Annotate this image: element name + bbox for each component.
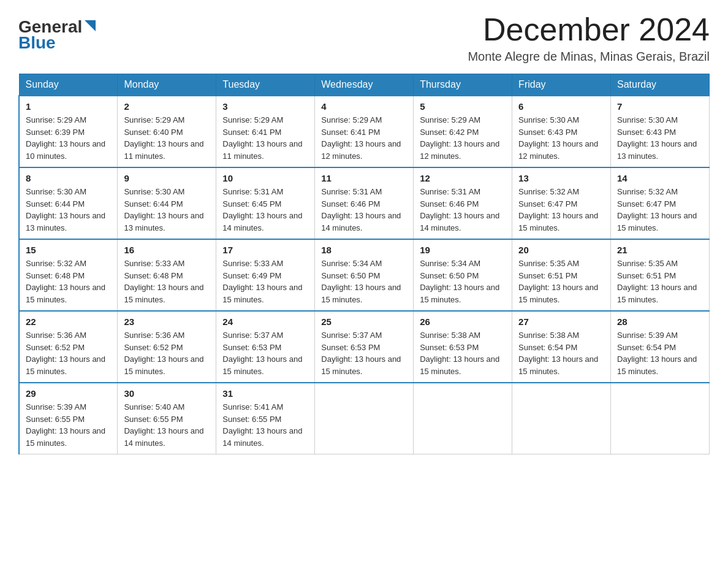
day-info: Sunrise: 5:29 AM Sunset: 6:39 PM Dayligh… <box>26 114 111 162</box>
day-number: 15 <box>26 245 111 255</box>
day-number: 22 <box>26 316 111 327</box>
day-number: 3 <box>222 101 308 112</box>
calendar-day-cell: 10 Sunrise: 5:31 AM Sunset: 6:45 PM Dayl… <box>216 167 315 239</box>
calendar-day-cell: 6 Sunrise: 5:30 AM Sunset: 6:43 PM Dayli… <box>512 96 611 167</box>
calendar-day-cell: 4 Sunrise: 5:29 AM Sunset: 6:41 PM Dayli… <box>315 96 414 167</box>
calendar-day-cell: 29 Sunrise: 5:39 AM Sunset: 6:55 PM Dayl… <box>19 383 118 454</box>
calendar-day-cell: 24 Sunrise: 5:37 AM Sunset: 6:53 PM Dayl… <box>216 311 315 383</box>
calendar-day-cell: 30 Sunrise: 5:40 AM Sunset: 6:55 PM Dayl… <box>118 383 216 454</box>
logo: General Blue <box>18 18 97 53</box>
day-info: Sunrise: 5:30 AM Sunset: 6:44 PM Dayligh… <box>124 186 210 234</box>
calendar-day-cell <box>611 383 710 454</box>
day-info: Sunrise: 5:40 AM Sunset: 6:55 PM Dayligh… <box>124 401 210 449</box>
day-number: 19 <box>420 245 506 255</box>
day-info: Sunrise: 5:39 AM Sunset: 6:55 PM Dayligh… <box>26 401 111 449</box>
calendar-header-wednesday: Wednesday <box>315 74 414 96</box>
calendar-header-row: SundayMondayTuesdayWednesdayThursdayFrid… <box>19 74 710 96</box>
day-info: Sunrise: 5:32 AM Sunset: 6:47 PM Dayligh… <box>518 186 604 234</box>
day-number: 25 <box>321 316 407 327</box>
calendar-day-cell: 26 Sunrise: 5:38 AM Sunset: 6:53 PM Dayl… <box>414 311 512 383</box>
page-header: General Blue December 2024 Monte Alegre … <box>18 12 710 64</box>
calendar-day-cell <box>512 383 611 454</box>
day-info: Sunrise: 5:32 AM Sunset: 6:47 PM Dayligh… <box>617 186 703 234</box>
day-info: Sunrise: 5:38 AM Sunset: 6:53 PM Dayligh… <box>420 329 506 377</box>
calendar-table: SundayMondayTuesdayWednesdayThursdayFrid… <box>18 74 710 454</box>
day-info: Sunrise: 5:38 AM Sunset: 6:54 PM Dayligh… <box>518 329 604 377</box>
calendar-day-cell: 31 Sunrise: 5:41 AM Sunset: 6:55 PM Dayl… <box>216 383 315 454</box>
calendar-day-cell: 13 Sunrise: 5:32 AM Sunset: 6:47 PM Dayl… <box>512 167 611 239</box>
day-number: 16 <box>124 245 210 255</box>
day-info: Sunrise: 5:34 AM Sunset: 6:50 PM Dayligh… <box>321 258 407 305</box>
day-number: 13 <box>518 173 604 183</box>
calendar-week-row: 8 Sunrise: 5:30 AM Sunset: 6:44 PM Dayli… <box>19 167 710 239</box>
day-number: 24 <box>222 316 308 327</box>
day-number: 17 <box>222 245 308 255</box>
day-info: Sunrise: 5:35 AM Sunset: 6:51 PM Dayligh… <box>518 258 604 305</box>
day-number: 8 <box>26 173 111 183</box>
calendar-day-cell: 3 Sunrise: 5:29 AM Sunset: 6:41 PM Dayli… <box>216 96 315 167</box>
calendar-header-monday: Monday <box>118 74 216 96</box>
calendar-day-cell: 5 Sunrise: 5:29 AM Sunset: 6:42 PM Dayli… <box>414 96 512 167</box>
calendar-day-cell: 12 Sunrise: 5:31 AM Sunset: 6:46 PM Dayl… <box>414 167 512 239</box>
calendar-day-cell: 19 Sunrise: 5:34 AM Sunset: 6:50 PM Dayl… <box>414 239 512 311</box>
calendar-day-cell: 9 Sunrise: 5:30 AM Sunset: 6:44 PM Dayli… <box>118 167 216 239</box>
day-number: 4 <box>321 101 407 112</box>
day-info: Sunrise: 5:30 AM Sunset: 6:44 PM Dayligh… <box>26 186 111 234</box>
day-number: 30 <box>124 388 210 399</box>
day-number: 10 <box>222 173 308 183</box>
day-info: Sunrise: 5:29 AM Sunset: 6:42 PM Dayligh… <box>420 114 506 162</box>
calendar-week-row: 15 Sunrise: 5:32 AM Sunset: 6:48 PM Dayl… <box>19 239 710 311</box>
calendar-day-cell: 16 Sunrise: 5:33 AM Sunset: 6:48 PM Dayl… <box>118 239 216 311</box>
day-number: 27 <box>518 316 604 327</box>
day-info: Sunrise: 5:33 AM Sunset: 6:49 PM Dayligh… <box>222 258 308 305</box>
calendar-day-cell: 1 Sunrise: 5:29 AM Sunset: 6:39 PM Dayli… <box>19 96 118 167</box>
calendar-header-saturday: Saturday <box>611 74 710 96</box>
day-info: Sunrise: 5:31 AM Sunset: 6:46 PM Dayligh… <box>420 186 506 234</box>
calendar-day-cell: 11 Sunrise: 5:31 AM Sunset: 6:46 PM Dayl… <box>315 167 414 239</box>
day-info: Sunrise: 5:36 AM Sunset: 6:52 PM Dayligh… <box>26 329 111 377</box>
day-info: Sunrise: 5:29 AM Sunset: 6:40 PM Dayligh… <box>124 114 210 162</box>
day-info: Sunrise: 5:30 AM Sunset: 6:43 PM Dayligh… <box>617 114 703 162</box>
day-number: 28 <box>617 316 703 327</box>
day-info: Sunrise: 5:39 AM Sunset: 6:54 PM Dayligh… <box>617 329 703 377</box>
day-number: 5 <box>420 101 506 112</box>
calendar-day-cell: 28 Sunrise: 5:39 AM Sunset: 6:54 PM Dayl… <box>611 311 710 383</box>
day-number: 29 <box>26 388 111 399</box>
calendar-week-row: 22 Sunrise: 5:36 AM Sunset: 6:52 PM Dayl… <box>19 311 710 383</box>
day-number: 2 <box>124 101 210 112</box>
day-info: Sunrise: 5:31 AM Sunset: 6:46 PM Dayligh… <box>321 186 407 234</box>
calendar-day-cell: 14 Sunrise: 5:32 AM Sunset: 6:47 PM Dayl… <box>611 167 710 239</box>
day-info: Sunrise: 5:31 AM Sunset: 6:45 PM Dayligh… <box>222 186 308 234</box>
calendar-header-thursday: Thursday <box>414 74 512 96</box>
day-info: Sunrise: 5:32 AM Sunset: 6:48 PM Dayligh… <box>26 258 111 305</box>
day-number: 14 <box>617 173 703 183</box>
day-info: Sunrise: 5:41 AM Sunset: 6:55 PM Dayligh… <box>222 401 308 449</box>
calendar-day-cell: 20 Sunrise: 5:35 AM Sunset: 6:51 PM Dayl… <box>512 239 611 311</box>
calendar-day-cell: 23 Sunrise: 5:36 AM Sunset: 6:52 PM Dayl… <box>118 311 216 383</box>
day-info: Sunrise: 5:33 AM Sunset: 6:48 PM Dayligh… <box>124 258 210 305</box>
calendar-header-tuesday: Tuesday <box>216 74 315 96</box>
day-number: 21 <box>617 245 703 255</box>
logo-arrow-icon <box>83 19 97 33</box>
calendar-day-cell: 17 Sunrise: 5:33 AM Sunset: 6:49 PM Dayl… <box>216 239 315 311</box>
day-number: 11 <box>321 173 407 183</box>
day-number: 18 <box>321 245 407 255</box>
calendar-day-cell: 22 Sunrise: 5:36 AM Sunset: 6:52 PM Dayl… <box>19 311 118 383</box>
calendar-header-friday: Friday <box>512 74 611 96</box>
svg-marker-0 <box>85 20 96 31</box>
day-number: 20 <box>518 245 604 255</box>
subtitle: Monte Alegre de Minas, Minas Gerais, Bra… <box>468 50 710 64</box>
calendar-day-cell <box>315 383 414 454</box>
day-number: 9 <box>124 173 210 183</box>
calendar-day-cell: 25 Sunrise: 5:37 AM Sunset: 6:53 PM Dayl… <box>315 311 414 383</box>
logo-text-blue: Blue <box>18 33 56 53</box>
calendar-day-cell: 2 Sunrise: 5:29 AM Sunset: 6:40 PM Dayli… <box>118 96 216 167</box>
calendar-day-cell: 7 Sunrise: 5:30 AM Sunset: 6:43 PM Dayli… <box>611 96 710 167</box>
day-info: Sunrise: 5:36 AM Sunset: 6:52 PM Dayligh… <box>124 329 210 377</box>
day-number: 23 <box>124 316 210 327</box>
day-info: Sunrise: 5:30 AM Sunset: 6:43 PM Dayligh… <box>518 114 604 162</box>
day-number: 31 <box>222 388 308 399</box>
day-info: Sunrise: 5:37 AM Sunset: 6:53 PM Dayligh… <box>321 329 407 377</box>
calendar-week-row: 1 Sunrise: 5:29 AM Sunset: 6:39 PM Dayli… <box>19 96 710 167</box>
calendar-day-cell: 8 Sunrise: 5:30 AM Sunset: 6:44 PM Dayli… <box>19 167 118 239</box>
